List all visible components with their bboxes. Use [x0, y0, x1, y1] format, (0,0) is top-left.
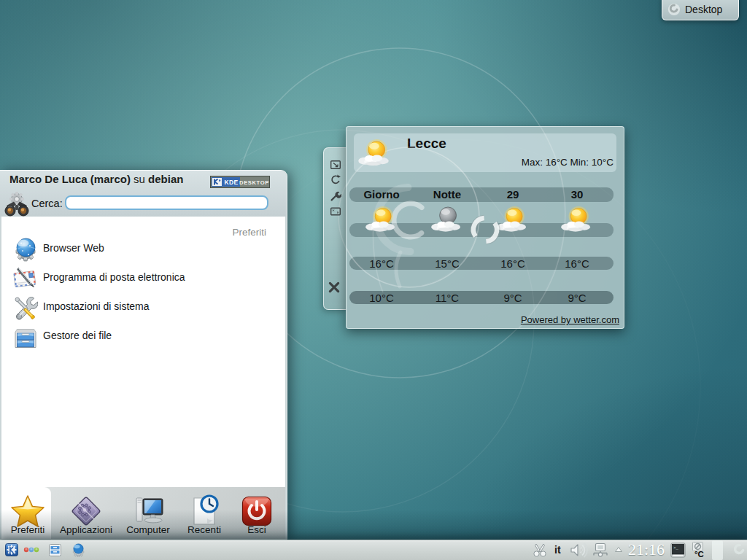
svg-text:>_: >_: [673, 545, 678, 551]
svg-text:KDE: KDE: [224, 179, 238, 186]
svg-text:DESKTOP: DESKTOP: [239, 179, 269, 186]
